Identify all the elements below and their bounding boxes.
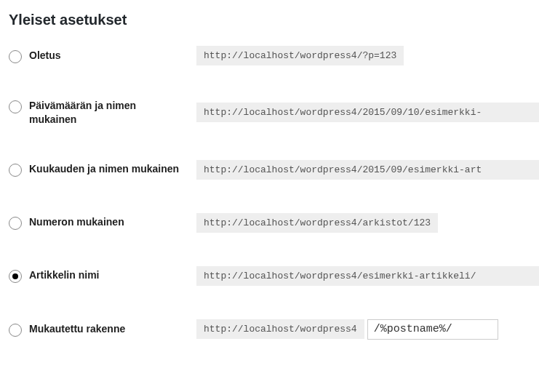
radio-custom[interactable]: [9, 324, 22, 337]
radio-numeric[interactable]: [9, 217, 22, 230]
permalink-option-custom[interactable]: Mukautettu rakenne http://localhost/word…: [9, 319, 539, 340]
permalink-option-post-name[interactable]: Artikkelin nimi http://localhost/wordpre…: [9, 266, 539, 286]
label-numeric: Numeron mukainen: [29, 215, 124, 229]
label-default: Oletus: [29, 49, 61, 63]
radio-default[interactable]: [9, 50, 22, 63]
url-preview-post-name: http://localhost/wordpress4/esimerkki-ar…: [196, 266, 539, 286]
url-preview-default: http://localhost/wordpress4/?p=123: [196, 46, 404, 65]
label-custom: Mukautettu rakenne: [29, 322, 125, 336]
url-preview-numeric: http://localhost/wordpress4/arkistot/123: [196, 213, 438, 233]
radio-day-name[interactable]: [9, 100, 22, 113]
permalink-option-numeric[interactable]: Numeron mukainen http://localhost/wordpr…: [9, 213, 539, 233]
section-title: Yleiset asetukset: [9, 12, 539, 28]
permalink-option-default[interactable]: Oletus http://localhost/wordpress4/?p=12…: [9, 46, 539, 65]
permalink-option-month-name[interactable]: Kuukauden ja nimen mukainen http://local…: [9, 160, 539, 180]
label-post-name: Artikkelin nimi: [29, 268, 99, 282]
url-preview-month-name: http://localhost/wordpress4/2015/09/esim…: [196, 160, 539, 180]
radio-month-name[interactable]: [9, 164, 22, 177]
url-preview-custom: http://localhost/wordpress4: [196, 319, 364, 339]
label-month-name: Kuukauden ja nimen mukainen: [29, 162, 179, 176]
label-day-name: Päivämäärän ja nimen mukainen: [29, 99, 182, 127]
url-preview-day-name: http://localhost/wordpress4/2015/09/10/e…: [196, 103, 539, 122]
custom-structure-input[interactable]: [367, 319, 498, 340]
permalink-option-day-name[interactable]: Päivämäärän ja nimen mukainen http://loc…: [9, 99, 539, 127]
radio-post-name[interactable]: [9, 270, 22, 283]
